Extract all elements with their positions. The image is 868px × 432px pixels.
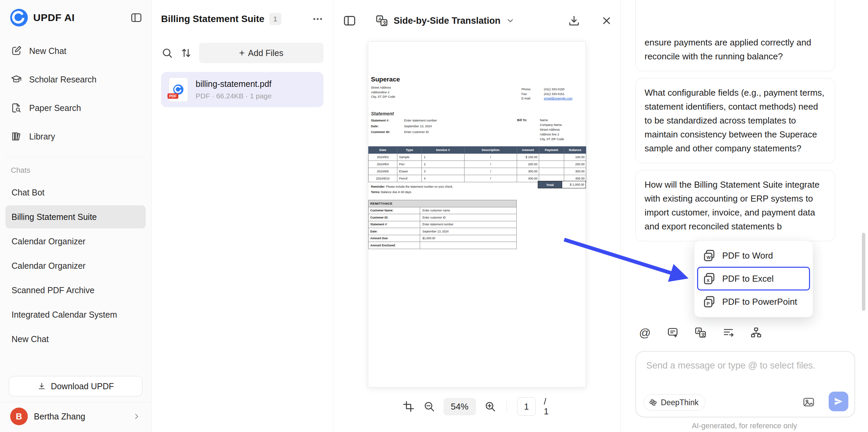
summarize-icon[interactable]	[719, 323, 738, 342]
page-total: / 1	[544, 397, 552, 416]
table-cell	[539, 161, 564, 168]
file-info: billing-statement.pdf PDF · 66.24KB · 1 …	[196, 79, 272, 100]
table-header: Description	[465, 146, 517, 153]
menu-item-pdf-to-powerpoint[interactable]: P PDF to PowerPoint	[698, 290, 809, 313]
composer-placeholder[interactable]: Send a message or type @ to select files…	[646, 360, 815, 371]
menu-item-label: PDF to Word	[722, 250, 773, 261]
table-cell	[539, 168, 564, 175]
close-icon[interactable]	[601, 15, 612, 26]
collapse-sidebar-icon[interactable]	[130, 12, 142, 24]
sort-icon[interactable]	[180, 47, 192, 59]
file-meta: PDF · 66.24KB · 1 page	[196, 92, 272, 100]
table-cell: 2024/8/2	[369, 153, 397, 161]
page-title: Billing Statement Suite	[161, 14, 264, 24]
table-cell: 300.00	[564, 168, 586, 175]
sidebar-item-paper-search[interactable]: Paper Search	[5, 95, 146, 121]
table-cell: 2024/8/10	[369, 175, 397, 182]
send-button[interactable]	[829, 392, 848, 411]
svg-text:W: W	[707, 255, 711, 260]
toggle-panel-icon[interactable]	[343, 14, 356, 27]
table-header: Amount	[517, 146, 539, 153]
workflow-icon[interactable]	[747, 323, 766, 342]
table-row: 2024/8/2Sample1/$ 100.00100.00	[369, 153, 586, 161]
deepthink-icon	[649, 398, 657, 407]
sidebar-chat-integrated-calendar-system[interactable]: Integrated Calendar System	[5, 303, 146, 326]
mention-icon[interactable]: @	[635, 323, 654, 342]
sidebar-chat-calendar-organizer-1[interactable]: Calendar Organizer	[5, 230, 146, 253]
chat-message: How will the Billing Statement Suite int…	[635, 170, 835, 241]
table-header: Type	[397, 146, 422, 153]
file-panel-header: Billing Statement Suite 1	[152, 0, 333, 25]
attach-image-icon[interactable]	[802, 396, 815, 409]
sidebar-chat-calendar-organizer-2[interactable]: Calendar Organizer	[5, 254, 146, 277]
download-updf-label: Download UPDF	[51, 381, 114, 391]
sidebar-item-scholar-research[interactable]: Scholar Research	[5, 67, 146, 92]
toolbar-divider	[507, 401, 507, 412]
viewer-mode-title: Side-by-Side Translation	[394, 16, 500, 26]
chat-messages: ensure payments are applied correctly an…	[621, 0, 868, 241]
remittance-row: Date:September 13, 2024	[369, 228, 516, 235]
sidebar-chat-billing-statement-suite[interactable]: Billing Statement Suite	[5, 205, 146, 228]
svg-text:P: P	[707, 301, 710, 306]
zoom-in-icon[interactable]	[484, 400, 496, 413]
message-composer[interactable]: Send a message or type @ to select files…	[635, 351, 855, 417]
scrollbar[interactable]	[862, 233, 865, 311]
download-document-icon[interactable]	[568, 14, 580, 27]
more-options-icon[interactable]	[312, 13, 323, 25]
deepthink-label: DeepThink	[661, 398, 698, 407]
zoom-level[interactable]: 54%	[443, 398, 476, 415]
remittance-row: Statement #:Enter statement number	[369, 221, 516, 228]
table-cell: 100.00	[564, 153, 586, 161]
menu-item-pdf-to-word[interactable]: W PDF to Word	[698, 244, 809, 267]
pdf-page: Superace Street Address Addressline 2 Ci…	[368, 41, 586, 388]
sidebar-header: UPDF AI	[0, 0, 151, 28]
menu-item-label: PDF to PowerPoint	[722, 297, 797, 307]
file-list-item[interactable]: PDF billing-statement.pdf PDF · 66.24KB …	[161, 72, 323, 107]
chat-panel: ensure payments are applied correctly an…	[620, 0, 868, 432]
table-header: Balance	[564, 146, 586, 153]
doc-header: Superace Street Address Addressline 2 Ci…	[368, 42, 586, 99]
deepthink-toggle[interactable]: DeepThink	[644, 394, 706, 411]
download-updf-button[interactable]: Download UPDF	[9, 376, 142, 396]
table-cell: /	[465, 175, 517, 182]
sidebar-chat-scanned-pdf-archive[interactable]: Scanned PDF Archive	[5, 279, 146, 302]
pdf-to-excel-icon: X	[703, 272, 716, 285]
prompt-template-icon[interactable]	[663, 323, 682, 342]
table-cell	[539, 153, 564, 161]
viewer-header: A文 Side-by-Side Translation	[333, 0, 620, 41]
sidebar-item-label: Paper Search	[29, 103, 81, 113]
menu-item-pdf-to-excel[interactable]: X PDF to Excel	[698, 267, 809, 290]
doc-remittance-box: REMITTANCE Customer Name:Enter customer …	[368, 200, 517, 249]
profile-row[interactable]: B Bertha Zhang	[0, 402, 151, 432]
page-number-input[interactable]: 1	[517, 397, 536, 416]
table-cell: 4	[422, 175, 465, 182]
updf-logo-icon	[10, 9, 28, 26]
table-cell: Pencil	[397, 175, 422, 182]
fit-page-icon[interactable]	[402, 400, 415, 413]
sidebar-chat-chat-bot[interactable]: Chat Bot	[5, 181, 146, 204]
chats-section-label: Chats	[5, 163, 146, 181]
sidebar-chat-new-chat[interactable]: New Chat	[5, 327, 146, 351]
sidebar-nav: New Chat Scholar Research Paper Search L…	[0, 28, 151, 149]
search-icon[interactable]	[161, 47, 173, 59]
pdf-viewer-panel: A文 Side-by-Side Translation Superace	[333, 0, 620, 432]
ai-disclaimer: AI-generated, for reference only	[621, 421, 868, 430]
sidebar: UPDF AI New Chat Scholar Research	[0, 0, 152, 432]
table-cell: Pen	[397, 161, 422, 168]
table-cell: 200.00	[564, 161, 586, 168]
doc-contact-row: Fax:(411) 333-0151	[521, 92, 572, 97]
add-files-button[interactable]: + Add Files	[199, 43, 323, 63]
pdf-to-word-icon: W	[703, 249, 716, 262]
translate-icon[interactable]: A文	[691, 323, 710, 342]
table-cell: 3	[422, 168, 465, 175]
sidebar-item-new-chat[interactable]: New Chat	[5, 38, 146, 64]
viewer-mode-selector[interactable]: A文 Side-by-Side Translation	[375, 14, 515, 27]
doc-terms: Terms: Balance due in 60 days.	[371, 190, 530, 194]
file-count-badge: 1	[269, 13, 281, 25]
updf-ai-app: UPDF AI New Chat Scholar Research	[0, 0, 868, 432]
plus-icon: +	[239, 48, 244, 58]
zoom-out-icon[interactable]	[423, 400, 435, 413]
chat-message: What configurable fields (e.g., payment …	[635, 78, 835, 163]
chats-section: Chats Chat Bot Billing Statement Suite C…	[5, 157, 146, 351]
sidebar-item-library[interactable]: Library	[5, 124, 146, 149]
